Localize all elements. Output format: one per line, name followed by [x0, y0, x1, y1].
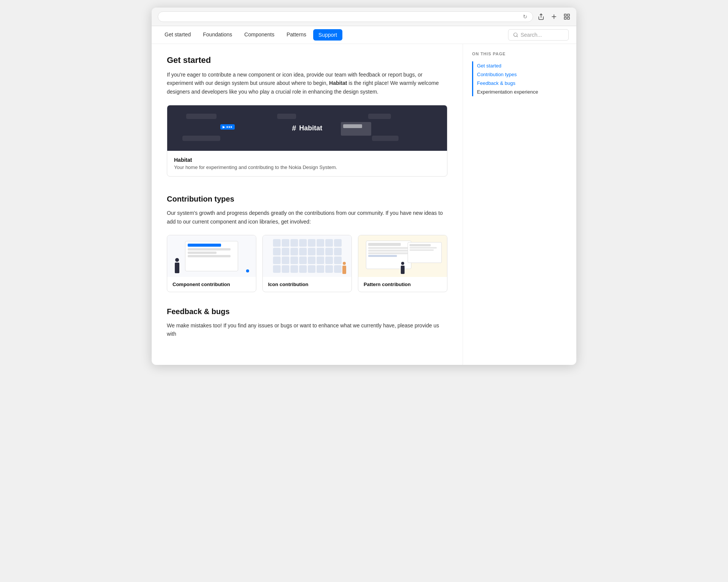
nav-get-started[interactable]: Get started	[159, 26, 196, 44]
feedback-bugs-title: Feedback & bugs	[167, 307, 447, 316]
figure-body	[175, 263, 179, 273]
p2-line-2	[410, 247, 437, 249]
icon-cell	[282, 265, 289, 273]
comp-screen	[185, 241, 238, 271]
habitat-logo-text: Habitat	[299, 124, 322, 132]
icon-cell	[317, 248, 324, 255]
svg-line-8	[517, 36, 518, 37]
icon-cell	[290, 257, 298, 264]
icon-cell	[308, 239, 315, 247]
icon-cell	[299, 265, 307, 273]
svg-rect-3	[564, 14, 566, 16]
icon-cell	[325, 239, 333, 247]
icon-contribution-card[interactable]: Icon contribution	[262, 235, 352, 292]
browser-actions	[538, 13, 570, 20]
icon-figure	[342, 262, 346, 274]
icon-cell	[317, 257, 324, 264]
deco-3	[368, 114, 391, 119]
pattern-line-2	[368, 250, 409, 252]
figure-head	[175, 258, 179, 262]
component-figure	[175, 258, 179, 273]
comp-dot	[246, 269, 249, 272]
hab-tag: ▶ ●●●	[220, 124, 235, 130]
get-started-section: Get started If you're eager to contribut…	[167, 55, 447, 177]
pattern-contribution-card[interactable]: Pattern contribution	[358, 235, 447, 292]
deco-4	[182, 136, 220, 141]
sidebar-link-contribution-types[interactable]: Contribution types	[477, 70, 544, 79]
icon-contribution-label: Icon contribution	[263, 277, 351, 292]
icon-cell	[282, 239, 289, 247]
habitat-logo: # Habitat	[292, 124, 322, 133]
pattern-contribution-label: Pattern contribution	[358, 277, 447, 292]
icon-cell	[290, 239, 298, 247]
deco-2	[277, 114, 296, 119]
sidebar-link-get-started[interactable]: Get started	[477, 61, 544, 70]
search-icon	[513, 32, 518, 38]
figure-head-icon	[343, 262, 346, 265]
pattern-line-4	[368, 255, 397, 257]
icon-illustration	[263, 235, 351, 277]
figure-body-icon	[342, 266, 346, 274]
habitat-card[interactable]: ▶ ●●● # Habitat Habitat Your home for ex…	[167, 105, 447, 177]
pattern-screen	[366, 241, 411, 269]
search-box[interactable]: Search...	[508, 29, 569, 41]
icon-cell	[334, 257, 342, 264]
icon-cell	[317, 265, 324, 273]
icon-cell	[299, 257, 307, 264]
get-started-title: Get started	[167, 55, 447, 65]
get-started-intro: If you're eager to contribute a new comp…	[167, 70, 447, 96]
url-input[interactable]	[163, 14, 521, 20]
comp-screen-line-1	[188, 248, 231, 250]
on-this-page-label: ON THIS PAGE	[472, 52, 544, 56]
svg-rect-5	[564, 17, 566, 19]
habitat-card-desc: Your home for experimenting and contribu…	[174, 164, 440, 170]
comp-screen-line-2	[188, 252, 217, 254]
pattern-illustration	[358, 235, 447, 277]
share-button[interactable]	[538, 13, 544, 20]
nav-items: Get started Foundations Components Patte…	[159, 26, 508, 44]
icon-cell	[273, 248, 281, 255]
grid-button[interactable]	[563, 13, 570, 20]
icon-cell	[273, 257, 281, 264]
reload-icon[interactable]: ↻	[523, 14, 527, 20]
component-contribution-label: Component contribution	[167, 277, 256, 292]
search-placeholder: Search...	[521, 32, 542, 38]
habitat-card-image: ▶ ●●● # Habitat	[167, 105, 447, 151]
deco-5	[372, 136, 399, 141]
svg-rect-4	[568, 14, 570, 16]
pattern-line-3	[368, 252, 409, 254]
icon-cell	[273, 265, 281, 273]
icon-cell	[308, 257, 315, 264]
icon-cell	[325, 265, 333, 273]
sidebar: ON THIS PAGE Get started Contribution ty…	[463, 44, 554, 365]
icon-contribution-image	[263, 235, 351, 277]
icon-cell	[273, 239, 281, 247]
icon-cell	[317, 239, 324, 247]
contribution-types-desc: Our system's growth and progress depends…	[167, 209, 447, 226]
icon-grid	[273, 239, 342, 273]
sidebar-link-experimentation[interactable]: Experimentation experience	[477, 88, 544, 96]
svg-rect-6	[568, 17, 570, 19]
icon-cell	[290, 265, 298, 273]
contribution-types-title: Contribution types	[167, 195, 447, 203]
nav-components[interactable]: Components	[239, 26, 279, 44]
address-bar[interactable]: ↻	[158, 11, 533, 22]
nav-foundations[interactable]: Foundations	[198, 26, 237, 44]
pattern-header	[368, 243, 401, 246]
pattern-screen-2	[408, 242, 442, 263]
contribution-types-section: Contribution types Our system's growth a…	[167, 195, 447, 292]
new-tab-button[interactable]	[551, 13, 557, 20]
hab-box-inner	[343, 124, 362, 128]
hab-box	[341, 122, 371, 136]
sidebar-link-feedback-bugs[interactable]: Feedback & bugs	[477, 79, 544, 88]
icon-cell	[299, 239, 307, 247]
feedback-bugs-section: Feedback & bugs We make mistakes too! If…	[167, 307, 447, 338]
component-contribution-card[interactable]: Component contribution	[167, 235, 256, 292]
nav-patterns[interactable]: Patterns	[281, 26, 312, 44]
habitat-card-title: Habitat	[174, 157, 440, 163]
deco-1	[186, 114, 217, 119]
pattern-line-1	[368, 247, 409, 249]
component-illustration	[167, 235, 256, 277]
nav-support[interactable]: Support	[313, 29, 342, 41]
browser-chrome: ↻	[152, 8, 576, 26]
